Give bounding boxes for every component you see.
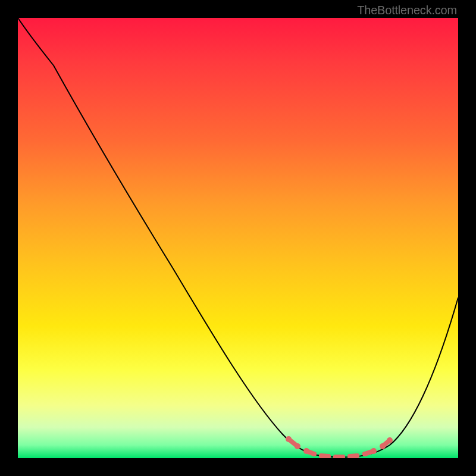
- attribution-label: TheBottleneck.com: [357, 4, 457, 17]
- bottleneck-curve: [18, 18, 458, 457]
- highlight-dashes: [289, 439, 390, 457]
- bottleneck-curve-svg: [18, 18, 458, 458]
- chart-frame: TheBottleneck.com: [0, 0, 476, 476]
